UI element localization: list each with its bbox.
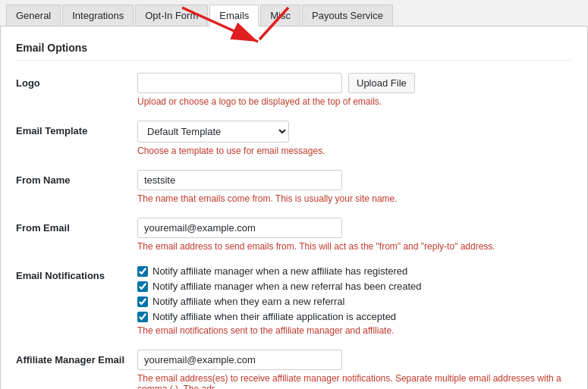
from-email-field: The email address to send emails from. T…	[137, 218, 572, 252]
from-email-input[interactable]	[137, 218, 342, 238]
checkbox-list: Notify affiliate manager when a new affi…	[137, 265, 572, 322]
notification-checkbox-1[interactable]	[137, 281, 148, 292]
page-container: General Integrations Opt-In Form Emails …	[0, 0, 588, 389]
tab-general[interactable]: General	[6, 5, 61, 26]
upload-file-button[interactable]: Upload File	[348, 73, 415, 93]
section-title: Email Options	[16, 42, 572, 61]
tab-payouts-service[interactable]: Payouts Service	[302, 5, 393, 26]
affiliate-manager-email-input[interactable]	[137, 350, 342, 370]
email-template-label: Email Template	[16, 121, 137, 136]
email-notifications-field: Notify affiliate manager when a new affi…	[137, 265, 572, 336]
from-email-help: The email address to send emails from. T…	[137, 241, 572, 252]
tab-integrations[interactable]: Integrations	[62, 5, 134, 26]
affiliate-manager-email-row: Affiliate Manager Email The email addres…	[16, 350, 572, 389]
email-template-row: Email Template Default Template Choose a…	[16, 121, 572, 156]
notification-label-2: Notify affiliate when they earn a new re…	[153, 296, 344, 307]
from-name-row: From Name The name that emails come from…	[16, 170, 572, 204]
from-name-label: From Name	[16, 170, 137, 186]
logo-label: Logo	[16, 73, 137, 89]
from-name-field: The name that emails come from. This is …	[137, 170, 572, 204]
logo-help: Upload or choose a logo to be displayed …	[137, 96, 572, 107]
logo-field: Upload File Upload or choose a logo to b…	[137, 73, 572, 107]
notification-label-0: Notify affiliate manager when a new affi…	[153, 265, 407, 277]
tab-emails[interactable]: Emails	[209, 5, 259, 27]
notification-checkbox-0[interactable]	[137, 266, 148, 277]
notification-label-3: Notify affiliate when their affiliate ap…	[153, 311, 396, 322]
notification-item-1[interactable]: Notify affiliate manager when a new refe…	[137, 281, 572, 292]
notifications-help: The email notifications sent to the affi…	[137, 325, 572, 336]
email-template-help: Choose a template to use for email messa…	[137, 146, 572, 156]
email-notifications-row: Email Notifications Notify affiliate man…	[16, 265, 572, 336]
tabs-bar: General Integrations Opt-In Form Emails …	[0, 0, 588, 27]
affiliate-manager-email-help: The email address(es) to receive affilia…	[137, 373, 572, 389]
from-name-input[interactable]	[137, 170, 342, 190]
from-email-row: From Email The email address to send ema…	[16, 218, 572, 252]
from-email-label: From Email	[16, 218, 137, 234]
logo-row: Logo Upload File Upload or choose a logo…	[16, 73, 572, 107]
notification-item-0[interactable]: Notify affiliate manager when a new affi…	[137, 265, 572, 277]
notification-label-1: Notify affiliate manager when a new refe…	[153, 281, 422, 292]
affiliate-manager-email-field: The email address(es) to receive affilia…	[137, 350, 572, 389]
email-notifications-label: Email Notifications	[16, 265, 137, 281]
notification-item-3[interactable]: Notify affiliate when their affiliate ap…	[137, 311, 572, 322]
notification-checkbox-3[interactable]	[137, 312, 148, 322]
logo-input[interactable]	[137, 73, 342, 93]
notification-checkbox-2[interactable]	[137, 296, 148, 307]
affiliate-manager-email-label: Affiliate Manager Email	[16, 350, 137, 365]
tab-misc[interactable]: Misc	[260, 5, 300, 26]
notification-item-2[interactable]: Notify affiliate when they earn a new re…	[137, 296, 572, 307]
content-area: Email Options Logo Upload File Upload or…	[0, 27, 588, 389]
from-name-help: The name that emails come from. This is …	[137, 193, 572, 204]
email-template-field: Default Template Choose a template to us…	[137, 121, 572, 156]
tab-opt-in-form[interactable]: Opt-In Form	[135, 5, 208, 26]
template-select[interactable]: Default Template	[137, 121, 289, 143]
